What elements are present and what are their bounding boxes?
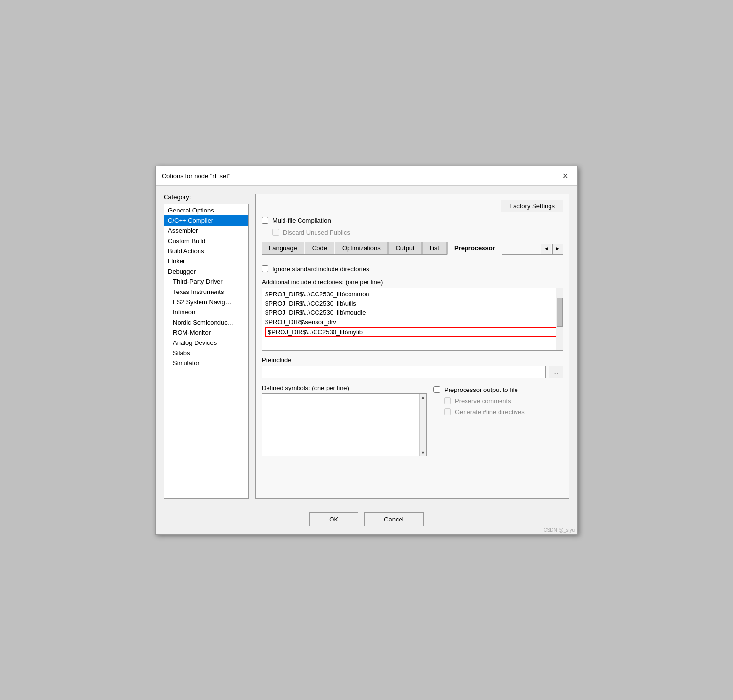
preprocessor-output-label: Preprocessor output to file bbox=[444, 386, 518, 393]
sidebar-item-silabs[interactable]: Silabs bbox=[164, 348, 248, 358]
multifile-label: Multi-file Compilation bbox=[272, 217, 331, 224]
include-dir-line: $PROJ_DIR$\sensor_drv bbox=[265, 318, 560, 326]
sidebar-item-build-actions[interactable]: Build Actions bbox=[164, 246, 248, 256]
defined-symbols-label: Defined symbols: (one per line) bbox=[262, 384, 427, 391]
tab-list[interactable]: List bbox=[422, 242, 447, 254]
factory-row: Factory Settings bbox=[262, 200, 563, 212]
preserve-comments-label: Preserve comments bbox=[455, 397, 511, 405]
preinclude-input[interactable] bbox=[262, 366, 546, 378]
sidebar-item-nordic[interactable]: Nordic Semiconduc… bbox=[164, 317, 248, 327]
sidebar: Category: General OptionsC/C++ CompilerA… bbox=[164, 194, 249, 499]
tab-code[interactable]: Code bbox=[305, 242, 334, 254]
sidebar-item-debugger[interactable]: Debugger bbox=[164, 266, 248, 277]
generate-directives-row: Generate #line directives bbox=[433, 408, 525, 416]
sidebar-item-assembler[interactable]: Assembler bbox=[164, 226, 248, 236]
tabs-row: LanguageCodeOptimizationsOutputListPrepr… bbox=[262, 241, 563, 255]
include-dir-line: $PROJ_DIR$\..\CC2530_lib\common bbox=[265, 290, 560, 298]
dialog-title: Options for node "rf_set" bbox=[162, 172, 230, 179]
multifile-row: Multi-file Compilation bbox=[262, 217, 563, 224]
sidebar-item-simulator[interactable]: Simulator bbox=[164, 358, 248, 368]
ignore-standard-checkbox[interactable] bbox=[262, 265, 268, 272]
multifile-checkbox[interactable] bbox=[262, 217, 268, 224]
preprocessor-output-row: Preprocessor output to file bbox=[433, 386, 525, 393]
sidebar-item-custom-build[interactable]: Custom Build bbox=[164, 236, 248, 246]
discard-unused-row: Discard Unused Publics bbox=[262, 229, 563, 236]
tab-preprocessor[interactable]: Preprocessor bbox=[447, 242, 502, 255]
sidebar-item-texas[interactable]: Texas Instruments bbox=[164, 287, 248, 297]
additional-dirs-label: Additional include directories: (one per… bbox=[262, 278, 563, 286]
defined-symbols-section: Defined symbols: (one per line) ▲ ▼ bbox=[262, 384, 563, 456]
sidebar-item-fs2-system[interactable]: FS2 System Navig… bbox=[164, 297, 248, 307]
preinclude-row: ... bbox=[262, 366, 563, 378]
sidebar-item-general-options[interactable]: General Options bbox=[164, 205, 248, 215]
sidebar-item-analog-devices[interactable]: Analog Devices bbox=[164, 338, 248, 348]
defined-symbols-scrollbar: ▲ ▼ bbox=[419, 394, 426, 456]
sidebar-item-rom-monitor[interactable]: ROM-Monitor bbox=[164, 327, 248, 338]
preserve-comments-checkbox[interactable] bbox=[444, 397, 451, 404]
generate-directives-label: Generate #line directives bbox=[455, 408, 525, 416]
close-button[interactable]: ✕ bbox=[559, 170, 571, 181]
additional-dirs-section: Additional include directories: (one per… bbox=[262, 278, 563, 351]
sidebar-list: General OptionsC/C++ CompilerAssemblerCu… bbox=[164, 204, 249, 499]
scrollbar-area[interactable] bbox=[556, 288, 563, 350]
discard-unused-checkbox[interactable] bbox=[272, 229, 279, 236]
tab-content-preprocessor: Ignore standard include directories Addi… bbox=[262, 260, 563, 492]
defined-symbols-left: Defined symbols: (one per line) ▲ ▼ bbox=[262, 384, 427, 456]
sidebar-item-cpp-compiler[interactable]: C/C++ Compiler bbox=[164, 215, 248, 226]
scroll-up-arrow[interactable]: ▲ bbox=[421, 395, 425, 400]
include-dir-line: $PROJ_DIR$\..\CC2530_lib\mylib bbox=[265, 327, 560, 337]
dialog: Options for node "rf_set" ✕ Category: Ge… bbox=[155, 166, 578, 535]
ignore-standard-label: Ignore standard include directories bbox=[272, 265, 369, 273]
include-dirs-box[interactable]: $PROJ_DIR$\..\CC2530_lib\common$PROJ_DIR… bbox=[262, 288, 563, 351]
generate-directives-checkbox[interactable] bbox=[444, 408, 451, 415]
dialog-body: Category: General OptionsC/C++ CompilerA… bbox=[156, 186, 577, 506]
preinclude-section: Preinclude ... bbox=[262, 357, 563, 378]
discard-unused-label: Discard Unused Publics bbox=[283, 229, 350, 236]
tab-next-button[interactable]: ► bbox=[552, 244, 563, 254]
tab-language[interactable]: Language bbox=[262, 242, 304, 254]
include-dir-line: $PROJ_DIR$\..\CC2530_lib\utils bbox=[265, 299, 560, 308]
watermark: CSDN @_siyu bbox=[543, 527, 575, 533]
tab-optimizations[interactable]: Optimizations bbox=[335, 242, 388, 254]
defined-symbols-box[interactable]: ▲ ▼ bbox=[262, 393, 427, 456]
tab-output[interactable]: Output bbox=[388, 242, 422, 254]
sidebar-item-third-party[interactable]: Third-Party Driver bbox=[164, 277, 248, 287]
scroll-down-arrow[interactable]: ▼ bbox=[421, 450, 425, 455]
ignore-standard-row: Ignore standard include directories bbox=[262, 265, 563, 273]
preserve-comments-row: Preserve comments bbox=[433, 397, 525, 405]
scrollbar-thumb bbox=[557, 298, 563, 327]
preprocessor-options: Preprocessor output to file Preserve com… bbox=[433, 384, 525, 456]
ok-button[interactable]: OK bbox=[309, 512, 358, 526]
title-bar: Options for node "rf_set" ✕ bbox=[156, 166, 577, 186]
tab-prev-button[interactable]: ◄ bbox=[541, 244, 551, 254]
sidebar-item-linker[interactable]: Linker bbox=[164, 256, 248, 266]
sidebar-item-infineon[interactable]: Infineon bbox=[164, 307, 248, 317]
preinclude-browse-button[interactable]: ... bbox=[549, 366, 563, 378]
tab-nav: ◄ ► bbox=[541, 244, 563, 254]
preinclude-label: Preinclude bbox=[262, 357, 563, 364]
main-panel: Factory Settings Multi-file Compilation … bbox=[255, 194, 569, 499]
preprocessor-output-checkbox[interactable] bbox=[433, 386, 440, 393]
factory-settings-button[interactable]: Factory Settings bbox=[501, 200, 563, 212]
dialog-footer: OK Cancel bbox=[156, 506, 577, 534]
category-label: Category: bbox=[164, 194, 249, 201]
cancel-button[interactable]: Cancel bbox=[364, 512, 423, 526]
include-dir-line: $PROJ_DIR$\..\CC2530_lib\moudle bbox=[265, 309, 560, 317]
